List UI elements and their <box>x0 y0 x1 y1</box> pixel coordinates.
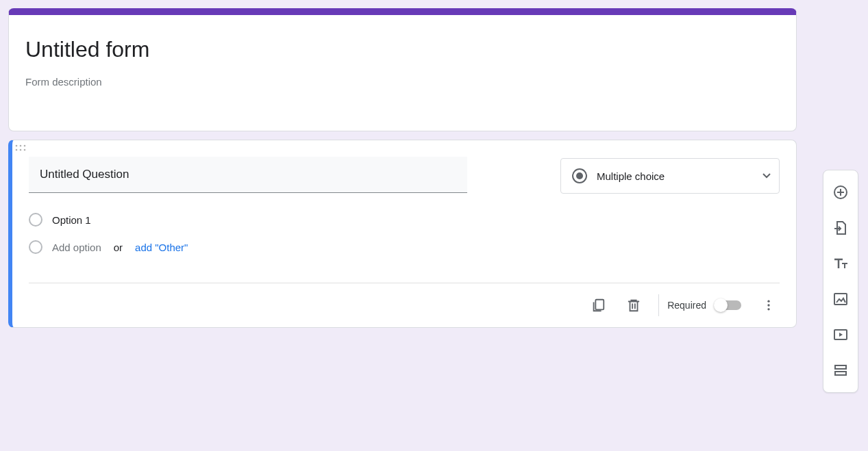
chevron-down-icon <box>762 173 771 179</box>
import-icon <box>832 220 849 236</box>
side-toolbar <box>823 170 858 393</box>
svg-point-1 <box>20 145 22 147</box>
svg-rect-13 <box>835 365 846 369</box>
svg-point-9 <box>767 308 769 310</box>
add-question-button[interactable] <box>827 175 854 210</box>
svg-point-3 <box>16 149 18 151</box>
option-row: Option 1 <box>29 206 780 233</box>
question-type-dropdown[interactable]: Multiple choice <box>560 158 780 194</box>
add-option-button[interactable]: Add option <box>52 242 101 253</box>
radio-outline-icon <box>29 240 42 254</box>
image-icon <box>832 291 849 307</box>
drag-icon <box>12 144 29 151</box>
add-image-button[interactable] <box>827 281 854 317</box>
required-toggle[interactable] <box>716 300 741 310</box>
question-type-label: Multiple choice <box>597 170 753 182</box>
required-label: Required <box>667 300 706 311</box>
add-title-button[interactable] <box>827 246 854 281</box>
or-text: or <box>114 242 123 253</box>
question-title-input[interactable] <box>29 157 467 193</box>
more-options-button[interactable] <box>752 289 785 322</box>
form-header-card: Untitled form Form description <box>8 8 797 131</box>
svg-point-5 <box>24 149 26 151</box>
section-icon <box>832 362 849 378</box>
form-title-input[interactable]: Untitled form <box>25 31 780 68</box>
add-other-button[interactable]: add "Other" <box>135 242 188 253</box>
delete-button[interactable] <box>617 289 650 322</box>
options-list: Option 1 Add option or add "Other" <box>12 194 796 266</box>
svg-point-4 <box>20 149 22 151</box>
copy-icon <box>591 298 606 313</box>
text-icon <box>832 255 849 272</box>
svg-point-7 <box>767 300 769 302</box>
form-description-input[interactable]: Form description <box>25 73 780 90</box>
svg-point-0 <box>16 145 18 147</box>
add-video-button[interactable] <box>827 317 854 352</box>
add-circle-icon <box>832 184 849 201</box>
duplicate-button[interactable] <box>582 289 615 322</box>
radio-icon <box>572 168 587 183</box>
svg-rect-6 <box>596 300 604 310</box>
question-card: Multiple choice Option 1 Add option or a… <box>8 140 797 328</box>
question-footer: Required <box>12 283 796 327</box>
svg-rect-14 <box>835 372 846 375</box>
divider <box>658 294 659 316</box>
radio-outline-icon <box>29 213 42 227</box>
more-vert-icon <box>762 298 776 312</box>
add-section-button[interactable] <box>827 352 854 388</box>
svg-point-2 <box>24 145 26 147</box>
video-icon <box>832 326 849 343</box>
option-label-input[interactable]: Option 1 <box>52 214 91 226</box>
toggle-knob <box>714 298 728 312</box>
svg-rect-11 <box>834 294 847 305</box>
drag-handle[interactable] <box>12 140 796 157</box>
trash-icon <box>626 298 641 313</box>
import-questions-button[interactable] <box>827 210 854 246</box>
svg-point-8 <box>767 304 769 306</box>
add-option-row: Add option or add "Other" <box>29 233 780 261</box>
